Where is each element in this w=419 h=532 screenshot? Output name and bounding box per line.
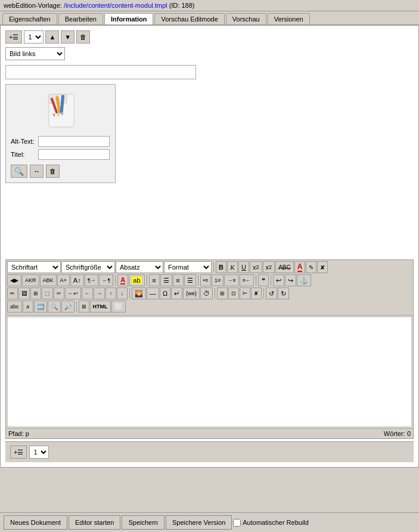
table-row-above[interactable]: ⊡ xyxy=(228,287,239,299)
misc-7[interactable]: ↓ xyxy=(117,287,128,299)
clear-format-button[interactable]: ✎ xyxy=(306,261,316,273)
table-insert[interactable]: ⊞ xyxy=(217,287,228,299)
text-rtl[interactable]: ←¶ xyxy=(99,274,113,286)
maximize-button[interactable]: ⬜ xyxy=(111,301,126,313)
list-unordered-button[interactable]: •≡ xyxy=(200,274,211,286)
tab-versionen[interactable]: Versionen xyxy=(268,13,310,24)
color-button[interactable]: A xyxy=(294,261,306,273)
timer-button[interactable]: ⏱ xyxy=(200,287,213,299)
superscript-button[interactable]: x2 xyxy=(263,261,275,273)
text-effect-2[interactable]: ABK xyxy=(40,274,57,286)
bold-button[interactable]: B xyxy=(216,261,226,273)
italic-button[interactable]: K xyxy=(227,261,238,273)
image-insert-button[interactable]: 🖼 xyxy=(18,287,30,299)
move-up-button[interactable]: ▲ xyxy=(45,30,59,44)
misc-2[interactable]: ✂ xyxy=(54,287,64,299)
misc-4[interactable]: ← xyxy=(82,287,93,299)
absatz-select[interactable]: Absatz xyxy=(116,261,163,273)
table-delete[interactable]: ✘ xyxy=(251,287,262,299)
separator-4 xyxy=(198,275,198,286)
new-document-button[interactable]: Neues Dokument xyxy=(4,515,67,530)
table-col-left[interactable]: ⊢ xyxy=(240,287,250,299)
misc-3[interactable]: ←↩ xyxy=(65,287,81,299)
edit-source-button[interactable]: ✏ xyxy=(7,287,18,299)
save-version-button[interactable]: Speichere Version xyxy=(166,515,232,530)
format-select[interactable]: Format xyxy=(164,261,212,273)
font-color-picker[interactable]: A xyxy=(117,274,128,286)
underline-button[interactable]: U xyxy=(238,261,249,273)
html-button[interactable]: HTML xyxy=(90,301,111,313)
remove-format-button[interactable]: ✘ xyxy=(317,261,328,273)
hr-button[interactable]: — xyxy=(147,287,159,299)
toolbar-line-2: ◀▶ AKR ABK A+ A↑ ¶→ ←¶ A ab ≡ ☰ ≡ ☰ xyxy=(7,274,412,286)
find-replace[interactable]: 🔤 xyxy=(34,301,47,313)
spellcheck-button[interactable]: abc xyxy=(7,301,22,313)
image-swap-button[interactable]: ↔ xyxy=(30,165,44,178)
image-icon xyxy=(40,91,82,130)
redo2-button[interactable]: ↻ xyxy=(278,287,289,299)
add-list-button[interactable]: +☰ xyxy=(5,30,22,44)
strikethrough-button[interactable]: ABC xyxy=(275,261,294,273)
tab-vorschau[interactable]: Vorschau xyxy=(226,13,266,24)
layout-select[interactable]: Bild links Bild rechts Bild oben Kein Bi… xyxy=(5,47,65,60)
image-delete-icon: 🗑 xyxy=(49,168,56,175)
number-select-bottom[interactable]: 1 2 xyxy=(29,446,49,459)
image-search-button[interactable]: 🔍 xyxy=(11,165,27,178)
footer-bar: Neues Dokument Editor starten Speichern … xyxy=(0,512,419,532)
start-editor-button[interactable]: Editor starten xyxy=(69,515,120,530)
number-select-top[interactable]: 1 2 3 xyxy=(24,30,44,44)
grid-view[interactable]: ⊞ xyxy=(79,301,89,313)
image-text-input[interactable] xyxy=(5,65,196,79)
find2[interactable]: 🔎 xyxy=(61,301,75,313)
titel-input[interactable] xyxy=(38,149,110,160)
special-char[interactable]: Ω xyxy=(160,287,170,299)
find[interactable]: 🔍 xyxy=(48,301,61,313)
image-delete-button[interactable]: 🗑 xyxy=(46,165,60,178)
font-size-select[interactable]: Schriftgröße xyxy=(61,261,115,273)
text-size-up2[interactable]: A↑ xyxy=(70,274,84,286)
move-down-button[interactable]: ▼ xyxy=(61,30,75,44)
undo-button[interactable]: ↩ xyxy=(273,274,284,286)
tab-bearbeiten[interactable]: Bearbeiten xyxy=(58,13,103,24)
editor-status-bar: Pfad: p Wörter: 0 xyxy=(6,428,413,438)
tab-vorschau-editmode[interactable]: Vorschau Editmode xyxy=(154,13,224,24)
we-tag[interactable]: {we} xyxy=(183,287,200,299)
redo-button[interactable]: ↪ xyxy=(285,274,296,286)
misc-5[interactable]: → xyxy=(94,287,105,299)
blockquote-button[interactable]: ❝ xyxy=(258,274,269,286)
tab-eigenschaften[interactable]: Eigenschaften xyxy=(2,13,57,24)
auto-rebuild-checkbox[interactable] xyxy=(233,519,241,527)
text-size-up[interactable]: A+ xyxy=(57,274,70,286)
align-left-button[interactable]: ≡ xyxy=(149,274,160,286)
text-ltr[interactable]: ¶→ xyxy=(85,274,99,286)
editor-body[interactable] xyxy=(7,317,412,427)
delete-top-icon: 🗑 xyxy=(80,33,86,41)
enter-key[interactable]: ↵ xyxy=(171,287,182,299)
add-list-bottom-button[interactable]: +☰ xyxy=(10,446,27,459)
word-count: Wörter: 0 xyxy=(384,430,411,437)
marquee-button[interactable]: ◀▶ xyxy=(7,274,21,286)
image-gallery[interactable]: 🌄 xyxy=(132,287,146,299)
subscript-button[interactable]: x2 xyxy=(250,261,262,273)
highlight-button[interactable]: ab xyxy=(129,274,144,286)
spell-word[interactable]: a xyxy=(23,301,33,313)
misc-6[interactable]: ↑ xyxy=(105,287,116,299)
list-ordered-button[interactable]: 1≡ xyxy=(212,274,224,286)
misc-1[interactable]: ⬚ xyxy=(42,287,53,299)
delete-top-button[interactable]: 🗑 xyxy=(76,30,90,44)
text-effect-1[interactable]: AKR xyxy=(22,274,39,286)
align-center-button[interactable]: ☰ xyxy=(160,274,172,286)
undo2-button[interactable]: ↺ xyxy=(266,287,277,299)
auto-rebuild-label[interactable]: Automatischer Rebuild xyxy=(233,519,309,527)
title-path[interactable]: /include/content/content-modul.tmpl xyxy=(64,2,167,9)
align-justify-button[interactable]: ☰ xyxy=(184,274,196,286)
link-button[interactable]: ⚓ xyxy=(297,274,311,286)
outdent-button[interactable]: ≡← xyxy=(240,274,254,286)
alt-text-input[interactable] xyxy=(38,136,110,147)
align-right-button[interactable]: ≡ xyxy=(173,274,184,286)
tab-information[interactable]: Information xyxy=(104,13,154,24)
font-family-select[interactable]: Schriftart xyxy=(7,261,61,273)
table-button[interactable]: ⊞ xyxy=(30,287,41,299)
indent-button[interactable]: →≡ xyxy=(224,274,238,286)
save-button[interactable]: Speichern xyxy=(122,515,165,530)
